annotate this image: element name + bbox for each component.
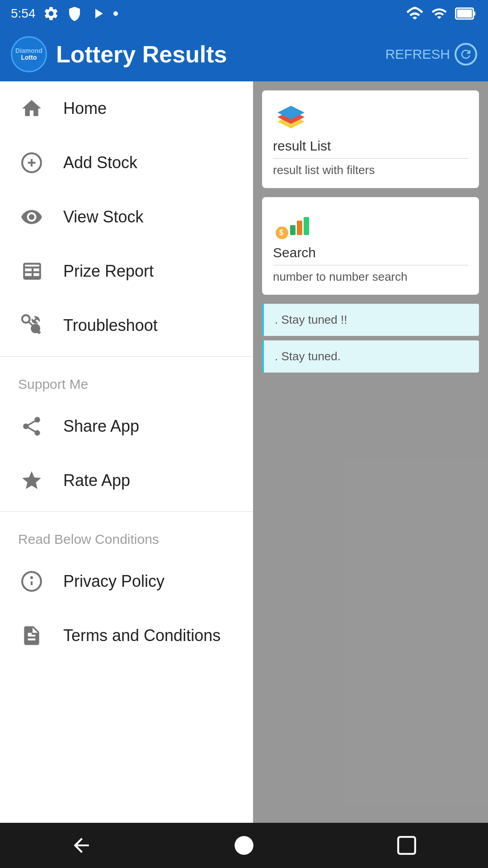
visibility-icon bbox=[18, 203, 45, 231]
search-title: Search bbox=[273, 245, 468, 265]
view-stock-label: View Stock bbox=[63, 208, 143, 226]
document-icon bbox=[18, 622, 45, 649]
svg-rect-10 bbox=[304, 217, 309, 235]
navigation-bar bbox=[0, 823, 488, 868]
app-bar: Diamond Lotto Lottery Results REFRESH bbox=[0, 27, 488, 81]
logo-text: Diamond Lotto bbox=[15, 47, 42, 61]
divider-2 bbox=[0, 511, 253, 512]
result-list-desc: result list with filters bbox=[273, 163, 468, 177]
terms-conditions-label: Terms and Conditions bbox=[63, 626, 221, 645]
build-icon bbox=[18, 312, 45, 339]
rate-app-label: Rate App bbox=[63, 471, 130, 490]
home-button[interactable] bbox=[226, 827, 262, 863]
wifi-icon bbox=[406, 7, 424, 20]
refresh-label: REFRESH bbox=[385, 47, 450, 62]
app-logo: Diamond Lotto bbox=[11, 36, 47, 72]
notification-dot bbox=[113, 11, 118, 16]
result-list-card: result List result list with filters bbox=[262, 90, 479, 188]
share-icon bbox=[18, 413, 45, 440]
add-circle-icon bbox=[18, 149, 45, 176]
stay-tuned-1: . Stay tuned !! bbox=[262, 304, 479, 336]
sidebar-item-share-app[interactable]: Share App bbox=[0, 399, 253, 453]
svg-rect-18 bbox=[398, 837, 415, 854]
support-section-header: Support Me bbox=[0, 360, 253, 399]
back-button[interactable] bbox=[63, 827, 99, 863]
sidebar-item-privacy-policy[interactable]: Privacy Policy bbox=[0, 554, 253, 609]
sidebar-item-view-stock[interactable]: View Stock bbox=[0, 190, 253, 244]
result-list-title: result List bbox=[273, 138, 468, 159]
home-label: Home bbox=[63, 99, 107, 118]
home-icon bbox=[18, 95, 45, 122]
search-card: $ Search number to number search bbox=[262, 197, 479, 295]
svg-rect-1 bbox=[474, 12, 476, 16]
grid-icon bbox=[18, 258, 45, 285]
navigation-drawer: Home Add Stock View Stock Prize Report bbox=[0, 81, 253, 823]
sidebar-item-home[interactable]: Home bbox=[0, 81, 253, 136]
svg-rect-9 bbox=[297, 221, 302, 235]
status-time: 5:54 bbox=[11, 6, 36, 21]
bg-content: result List result list with filters $ S… bbox=[253, 81, 488, 373]
battery-icon bbox=[455, 5, 477, 22]
info-icon bbox=[18, 568, 45, 595]
status-bar: 5:54 bbox=[0, 0, 488, 27]
play-protect-icon bbox=[66, 5, 83, 22]
svg-rect-8 bbox=[290, 225, 296, 235]
recents-button[interactable] bbox=[389, 827, 425, 863]
star-icon bbox=[18, 467, 45, 494]
play-store-icon bbox=[90, 5, 106, 22]
add-stock-label: Add Stock bbox=[63, 153, 137, 172]
sidebar-item-add-stock[interactable]: Add Stock bbox=[0, 136, 253, 190]
svg-point-17 bbox=[235, 836, 253, 855]
conditions-section-header: Read Below Conditions bbox=[0, 515, 253, 554]
search-desc: number to number search bbox=[273, 270, 468, 284]
sidebar-item-rate-app[interactable]: Rate App bbox=[0, 453, 253, 508]
svg-rect-2 bbox=[457, 9, 472, 18]
privacy-policy-label: Privacy Policy bbox=[63, 572, 164, 591]
refresh-icon bbox=[455, 43, 477, 66]
divider-1 bbox=[0, 356, 253, 357]
status-left: 5:54 bbox=[11, 5, 118, 22]
signal-icon bbox=[431, 5, 447, 22]
refresh-button[interactable]: REFRESH bbox=[385, 43, 477, 66]
sidebar-item-prize-report[interactable]: Prize Report bbox=[0, 244, 253, 298]
share-app-label: Share App bbox=[63, 417, 139, 436]
chart-icon: $ bbox=[273, 208, 468, 240]
troubleshoot-label: Troubleshoot bbox=[63, 316, 158, 335]
svg-text:$: $ bbox=[279, 229, 283, 236]
sidebar-item-troubleshoot[interactable]: Troubleshoot bbox=[0, 298, 253, 353]
stack-icon bbox=[273, 101, 468, 133]
stay-tuned-2: . Stay tuned. bbox=[262, 340, 479, 373]
settings-icon bbox=[43, 5, 59, 22]
status-right bbox=[406, 5, 477, 22]
prize-report-label: Prize Report bbox=[63, 262, 154, 281]
app-title: Lottery Results bbox=[56, 41, 385, 68]
sidebar-item-terms-conditions[interactable]: Terms and Conditions bbox=[0, 609, 253, 663]
